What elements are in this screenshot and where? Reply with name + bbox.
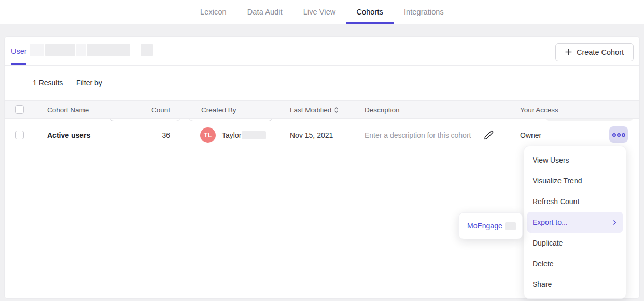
nav-item-label: Cohorts bbox=[356, 8, 383, 16]
menu-item-duplicate[interactable]: Duplicate bbox=[524, 233, 626, 253]
chevron-right-icon bbox=[613, 220, 617, 225]
top-navigation: Lexicon Data Audit Live View Cohorts Int… bbox=[0, 0, 644, 24]
header-last-modified[interactable]: Last Modified bbox=[290, 101, 339, 119]
avatar: TL bbox=[200, 127, 216, 143]
menu-item-refresh-count[interactable]: Refresh Count bbox=[524, 191, 626, 212]
divider bbox=[68, 77, 68, 89]
header-cohort-name: Cohort Name bbox=[47, 101, 89, 119]
redacted-tab bbox=[141, 44, 153, 56]
header-count: Count bbox=[124, 101, 170, 119]
filter-bar: 1 Results Filter by Created By You All A… bbox=[5, 66, 639, 100]
header-your-access: Your Access bbox=[520, 101, 558, 119]
nav-item-data-audit[interactable]: Data Audit bbox=[237, 0, 293, 24]
header-created-by: Created By bbox=[201, 101, 236, 119]
row-actions-button[interactable] bbox=[609, 126, 628, 143]
create-cohort-label: Create Cohort bbox=[577, 48, 624, 56]
active-tab-underline bbox=[346, 22, 393, 24]
export-submenu: MoEngage bbox=[458, 212, 523, 239]
menu-item-label: Export to... bbox=[533, 218, 568, 226]
cohort-name-link[interactable]: Active users bbox=[47, 119, 90, 151]
cohort-count: 36 bbox=[124, 119, 170, 151]
redacted-last-name bbox=[242, 131, 266, 139]
redacted-tab bbox=[87, 44, 130, 56]
create-cohort-button[interactable]: Create Cohort bbox=[555, 43, 634, 61]
edit-description-button[interactable] bbox=[482, 129, 495, 141]
menu-item-share[interactable]: Share bbox=[524, 274, 626, 295]
table-header-row: Cohort Name Count Created By Last Modifi… bbox=[5, 100, 639, 119]
submenu-item-moengage[interactable]: MoEngage bbox=[467, 222, 502, 230]
header-description: Description bbox=[365, 101, 400, 119]
last-modified-date: Nov 15, 2021 bbox=[290, 119, 333, 151]
more-actions-icon bbox=[612, 133, 616, 137]
tab-user-underline bbox=[11, 63, 26, 65]
nav-item-lexicon[interactable]: Lexicon bbox=[190, 0, 237, 24]
header-label: Last Modified bbox=[290, 106, 331, 114]
nav-item-live-view[interactable]: Live View bbox=[293, 0, 346, 24]
redacted-tab bbox=[45, 44, 75, 56]
created-by-name: Taylor bbox=[222, 119, 241, 151]
menu-item-view-users[interactable]: View Users bbox=[524, 150, 626, 170]
results-count: 1 Results bbox=[33, 66, 63, 100]
sort-icon[interactable] bbox=[334, 107, 339, 113]
plus-icon bbox=[565, 49, 572, 55]
redacted-text bbox=[505, 222, 516, 230]
filter-by-label: Filter by bbox=[76, 66, 102, 100]
redacted-tab bbox=[76, 44, 86, 56]
menu-item-visualize-trend[interactable]: Visualize Trend bbox=[524, 170, 626, 191]
redacted-tab bbox=[30, 44, 44, 56]
menu-item-export-to[interactable]: Export to... bbox=[527, 212, 623, 233]
tab-user[interactable]: User bbox=[11, 37, 27, 66]
row-checkbox[interactable] bbox=[15, 131, 24, 139]
nav-item-cohorts[interactable]: Cohorts bbox=[346, 0, 393, 24]
description-placeholder[interactable]: Enter a description for this cohort bbox=[365, 119, 471, 151]
nav-item-integrations[interactable]: Integrations bbox=[394, 0, 454, 24]
select-all-checkbox[interactable] bbox=[15, 105, 24, 114]
cohort-type-tabs: User Create Cohort bbox=[5, 37, 639, 66]
menu-item-delete[interactable]: Delete bbox=[524, 253, 626, 274]
row-actions-menu: View Users Visualize Trend Refresh Count… bbox=[524, 146, 626, 299]
